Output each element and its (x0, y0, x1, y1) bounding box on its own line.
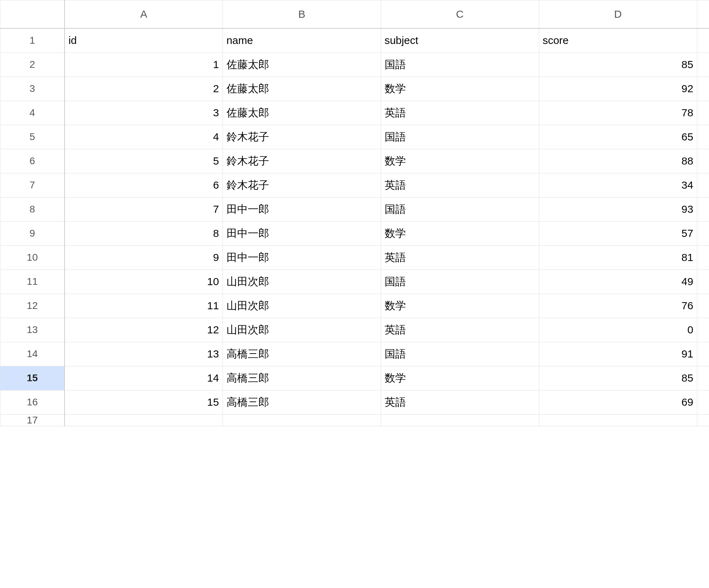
cell-B6[interactable]: 鈴木花子 (223, 149, 381, 173)
cell-C1[interactable]: subject (381, 28, 539, 52)
row-header-2[interactable]: 2 (0, 52, 65, 77)
row-header-10[interactable]: 10 (0, 245, 65, 270)
row-header-8[interactable]: 8 (0, 197, 65, 221)
cell-B12[interactable]: 山田次郎 (223, 294, 381, 318)
cell-A1[interactable]: id (65, 28, 223, 52)
row-header-12[interactable]: 12 (0, 294, 65, 318)
cell-A16[interactable]: 15 (65, 390, 223, 414)
cell-D16[interactable]: 69 (539, 390, 697, 414)
cell-C3[interactable]: 数学 (381, 77, 539, 101)
cell-E10[interactable] (697, 245, 709, 270)
cell-C17[interactable] (381, 414, 539, 426)
cell-B3[interactable]: 佐藤太郎 (223, 77, 381, 101)
row-header-1[interactable]: 1 (0, 28, 65, 52)
cell-C13[interactable]: 英語 (381, 318, 539, 342)
cell-D9[interactable]: 57 (539, 221, 697, 245)
cell-E1[interactable] (697, 28, 709, 52)
cell-D2[interactable]: 85 (539, 52, 697, 77)
cell-E4[interactable] (697, 101, 709, 125)
cell-C12[interactable]: 数学 (381, 294, 539, 318)
cell-B4[interactable]: 佐藤太郎 (223, 101, 381, 125)
cell-E6[interactable] (697, 149, 709, 173)
cell-D12[interactable]: 76 (539, 294, 697, 318)
cell-B11[interactable]: 山田次郎 (223, 270, 381, 294)
row-header-7[interactable]: 7 (0, 173, 65, 197)
cell-D3[interactable]: 92 (539, 77, 697, 101)
row-header-16[interactable]: 16 (0, 390, 65, 414)
cell-B15[interactable]: 高橋三郎 (223, 366, 381, 390)
cell-A2[interactable]: 1 (65, 52, 223, 77)
row-header-13[interactable]: 13 (0, 318, 65, 342)
cell-A4[interactable]: 3 (65, 101, 223, 125)
cell-B7[interactable]: 鈴木花子 (223, 173, 381, 197)
row-header-6[interactable]: 6 (0, 149, 65, 173)
cell-E11[interactable] (697, 270, 709, 294)
row-header-9[interactable]: 9 (0, 221, 65, 245)
cell-B1[interactable]: name (223, 28, 381, 52)
cell-A10[interactable]: 9 (65, 245, 223, 270)
cell-E3[interactable] (697, 77, 709, 101)
cell-C5[interactable]: 国語 (381, 125, 539, 149)
cell-C14[interactable]: 国語 (381, 342, 539, 366)
cell-A7[interactable]: 6 (65, 173, 223, 197)
select-all-corner[interactable] (0, 0, 65, 29)
column-header-D[interactable]: D (539, 0, 697, 29)
cell-B9[interactable]: 田中一郎 (223, 221, 381, 245)
cell-E16[interactable] (697, 390, 709, 414)
cell-C11[interactable]: 国語 (381, 270, 539, 294)
cell-A14[interactable]: 13 (65, 342, 223, 366)
row-header-5[interactable]: 5 (0, 125, 65, 149)
cell-D6[interactable]: 88 (539, 149, 697, 173)
cell-C9[interactable]: 数学 (381, 221, 539, 245)
cell-E8[interactable] (697, 197, 709, 221)
column-header-C[interactable]: C (381, 0, 539, 29)
cell-C4[interactable]: 英語 (381, 101, 539, 125)
cell-A13[interactable]: 12 (65, 318, 223, 342)
cell-D14[interactable]: 91 (539, 342, 697, 366)
cell-B13[interactable]: 山田次郎 (223, 318, 381, 342)
cell-E7[interactable] (697, 173, 709, 197)
cell-D1[interactable]: score (539, 28, 697, 52)
cell-B10[interactable]: 田中一郎 (223, 245, 381, 270)
cell-A9[interactable]: 8 (65, 221, 223, 245)
cell-D13[interactable]: 0 (539, 318, 697, 342)
cell-D10[interactable]: 81 (539, 245, 697, 270)
cell-B14[interactable]: 高橋三郎 (223, 342, 381, 366)
cell-A11[interactable]: 10 (65, 270, 223, 294)
cell-C2[interactable]: 国語 (381, 52, 539, 77)
cell-B17[interactable] (223, 414, 381, 426)
row-header-4[interactable]: 4 (0, 101, 65, 125)
cell-D17[interactable] (539, 414, 697, 426)
row-header-15[interactable]: 15 (0, 366, 65, 390)
cell-A5[interactable]: 4 (65, 125, 223, 149)
cell-A15[interactable]: 14 (65, 366, 223, 390)
cell-A17[interactable] (65, 414, 223, 426)
cell-C15[interactable]: 数学 (381, 366, 539, 390)
spreadsheet-grid[interactable]: A B C D 1 id name subject score 2 1 佐藤太郎… (0, 0, 709, 426)
cell-E13[interactable] (697, 318, 709, 342)
cell-A12[interactable]: 11 (65, 294, 223, 318)
cell-D15[interactable]: 85 (539, 366, 697, 390)
cell-C7[interactable]: 英語 (381, 173, 539, 197)
cell-D8[interactable]: 93 (539, 197, 697, 221)
cell-D11[interactable]: 49 (539, 270, 697, 294)
cell-E15[interactable] (697, 366, 709, 390)
cell-A3[interactable]: 2 (65, 77, 223, 101)
cell-E5[interactable] (697, 125, 709, 149)
cell-C10[interactable]: 英語 (381, 245, 539, 270)
cell-C8[interactable]: 国語 (381, 197, 539, 221)
cell-E14[interactable] (697, 342, 709, 366)
column-header-A[interactable]: A (65, 0, 223, 29)
row-header-17[interactable]: 17 (0, 414, 65, 426)
cell-E9[interactable] (697, 221, 709, 245)
cell-A6[interactable]: 5 (65, 149, 223, 173)
cell-C16[interactable]: 英語 (381, 390, 539, 414)
row-header-11[interactable]: 11 (0, 270, 65, 294)
cell-B8[interactable]: 田中一郎 (223, 197, 381, 221)
cell-D4[interactable]: 78 (539, 101, 697, 125)
cell-B5[interactable]: 鈴木花子 (223, 125, 381, 149)
cell-E12[interactable] (697, 294, 709, 318)
cell-D5[interactable]: 65 (539, 125, 697, 149)
row-header-3[interactable]: 3 (0, 77, 65, 101)
column-header-E-partial[interactable] (697, 0, 709, 29)
